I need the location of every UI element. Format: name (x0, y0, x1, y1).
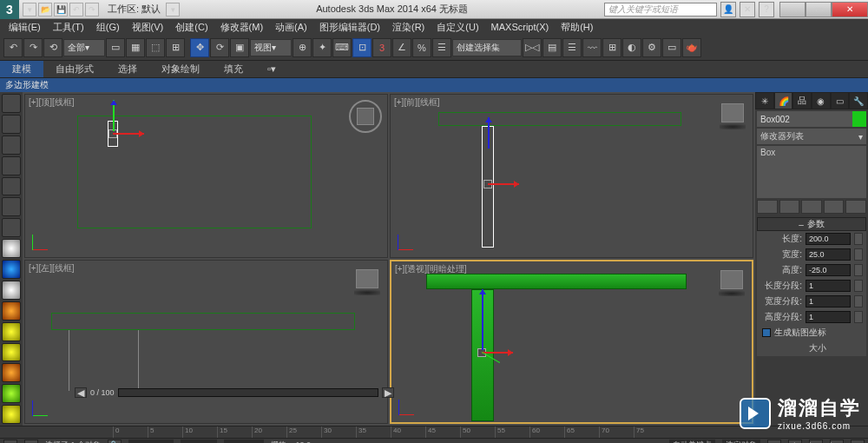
lseg-spinner[interactable]: 1 (806, 280, 851, 292)
cp-tab-display-icon[interactable]: ▭ (831, 92, 850, 109)
play-goto-end-icon[interactable]: ⏭ (851, 440, 865, 444)
render-setup-icon[interactable]: ⚙ (642, 38, 661, 57)
lt-icon-6[interactable] (2, 197, 21, 216)
wseg-spin-buttons[interactable] (854, 295, 863, 307)
viewport-label-front[interactable]: [+][前][线框] (394, 96, 440, 109)
infocenter-search[interactable]: 键入关键字或短语 (604, 3, 717, 17)
object-name-field[interactable]: Box002 (757, 111, 852, 127)
play-icon[interactable]: ▶ (809, 440, 823, 444)
layers-icon[interactable]: ☰ (562, 38, 582, 57)
viewport-perspective[interactable]: [+][透视][明暗处理] (390, 260, 753, 424)
modifier-list-dropdown[interactable]: 修改器列表▾ (757, 129, 866, 144)
params-rollout-header[interactable]: –参数 (757, 217, 866, 231)
cp-tab-utilities-icon[interactable]: 🔧 (849, 92, 868, 109)
gen-mapping-checkbox[interactable] (762, 328, 771, 337)
viewcube-persp[interactable] (720, 270, 743, 289)
select-name-icon[interactable]: ▦ (126, 38, 145, 57)
curve-editor-icon[interactable]: 〰 (582, 38, 602, 57)
spinner-snap-icon[interactable]: % (412, 38, 431, 57)
lt-icon-7[interactable] (2, 218, 21, 237)
keyboard-shortcut-icon[interactable]: ⌨ (332, 38, 352, 57)
cp-tab-motion-icon[interactable]: ◉ (812, 92, 831, 109)
height-spinner[interactable]: -25.0 (806, 264, 851, 276)
menu-create[interactable]: 创建(C) (170, 21, 213, 34)
menu-help[interactable]: 帮助(H) (556, 21, 598, 34)
viewcube-left[interactable] (356, 269, 378, 288)
menu-edit[interactable]: 编辑(E) (3, 21, 46, 34)
stack-show-icon[interactable] (779, 200, 800, 214)
select-rotate-icon[interactable]: ⟳ (210, 38, 229, 57)
autokey-button[interactable]: 自动关键点 (669, 440, 715, 443)
height-spin-buttons[interactable] (854, 264, 863, 276)
viewport-label-top[interactable]: [+][顶][线框] (29, 96, 75, 109)
material-editor-icon[interactable]: ◐ (622, 38, 641, 57)
angle-snap-icon[interactable]: 3 (372, 38, 391, 57)
viewcube-top[interactable] (349, 100, 382, 133)
lt-sphere-yellow2[interactable] (2, 343, 21, 362)
schematic-icon[interactable]: ⊞ (602, 38, 621, 57)
viewport-top[interactable]: [+][顶][线框] (24, 94, 388, 258)
mirror-icon[interactable]: ▷◁ (523, 38, 542, 57)
hseg-spin-buttons[interactable] (854, 311, 863, 323)
cp-tab-hierarchy-icon[interactable]: 品 (792, 92, 812, 109)
stack-pin-icon[interactable] (757, 200, 778, 214)
workspace-selector[interactable]: 工作区: 默认 (102, 3, 166, 16)
menu-modifiers[interactable]: 修改器(M) (215, 21, 269, 34)
lt-sphere-orange[interactable] (2, 301, 21, 321)
ribbon-panel-label[interactable]: 多边形建模 (0, 78, 868, 92)
manipulate-icon[interactable]: ✦ (312, 38, 332, 57)
length-spin-buttons[interactable] (854, 233, 863, 245)
ribbon-expand-icon[interactable]: ▫▾ (255, 61, 288, 77)
menu-animation[interactable]: 动画(A) (270, 21, 312, 34)
percent-snap-icon[interactable]: ∠ (392, 38, 411, 57)
menu-customize[interactable]: 自定义(U) (431, 21, 483, 34)
qat-redo-icon[interactable]: ↷ (85, 3, 99, 17)
menu-group[interactable]: 组(G) (91, 21, 125, 34)
link-icon[interactable]: ⟲ (43, 38, 62, 57)
stack-unique-icon[interactable] (801, 200, 822, 214)
lt-icon-2[interactable] (2, 115, 21, 134)
lseg-spin-buttons[interactable] (854, 280, 863, 292)
coord-z[interactable]: Z:-78.073 (224, 440, 265, 443)
workspace-drop-icon[interactable]: ▾ (166, 3, 180, 17)
lt-sphere-gold[interactable] (2, 405, 21, 424)
restore-button[interactable]: ▭ (806, 2, 832, 17)
lt-icon-3[interactable] (2, 136, 21, 155)
lt-sphere-amber[interactable] (2, 363, 21, 382)
menu-tools[interactable]: 工具(T) (48, 21, 89, 34)
select-scale-icon[interactable]: ▣ (230, 38, 249, 57)
selection-filter[interactable]: 全部 ▾ (63, 39, 105, 56)
lock-icon[interactable]: 🔒 (108, 440, 122, 444)
select-move-icon[interactable]: ✥ (190, 38, 209, 57)
align-icon[interactable]: ▤ (542, 38, 562, 57)
maxscript-listener-icon[interactable] (3, 440, 17, 444)
lock-selection-icon[interactable] (24, 440, 38, 444)
render-frame-icon[interactable]: ▭ (662, 38, 681, 57)
lt-icon-4[interactable] (2, 156, 21, 175)
ribbon-tab-objectpaint[interactable]: 对象绘制 (149, 61, 212, 77)
width-spin-buttons[interactable] (854, 248, 863, 261)
qat-undo-icon[interactable]: ↶ (69, 3, 83, 17)
exchange-icon[interactable]: ✕ (740, 2, 755, 17)
play-prev-icon[interactable]: ◀ (788, 440, 802, 444)
lt-sphere-yellow[interactable] (2, 322, 21, 341)
hseg-spinner[interactable]: 1 (806, 311, 851, 323)
lt-sphere-blue[interactable] (2, 260, 21, 279)
redo-icon[interactable]: ↷ (23, 38, 43, 57)
viewport-left[interactable]: [+][左][线框] (24, 260, 388, 424)
ref-coord-system[interactable]: 视图 ▾ (250, 39, 292, 56)
cp-tab-create-icon[interactable]: ✳ (755, 92, 774, 109)
ribbon-tab-selection[interactable]: 选择 (106, 61, 149, 77)
menu-grapheditors[interactable]: 图形编辑器(D) (314, 21, 385, 34)
minimize-button[interactable]: — (779, 2, 806, 17)
object-color-swatch[interactable] (852, 111, 866, 127)
app-logo[interactable]: 3 (0, 0, 19, 19)
stack-remove-icon[interactable] (824, 200, 845, 214)
play-goto-start-icon[interactable]: ⏮ (767, 440, 781, 444)
keyfilter-dropdown[interactable]: 选定对象 (722, 440, 760, 443)
ribbon-tab-modeling[interactable]: 建模 (0, 61, 43, 77)
viewcube-front[interactable] (721, 103, 744, 122)
named-sel-sets[interactable]: 创建选择集 (452, 39, 522, 56)
edit-named-sel-icon[interactable]: ☰ (432, 38, 451, 57)
menu-views[interactable]: 视图(V) (127, 21, 169, 34)
